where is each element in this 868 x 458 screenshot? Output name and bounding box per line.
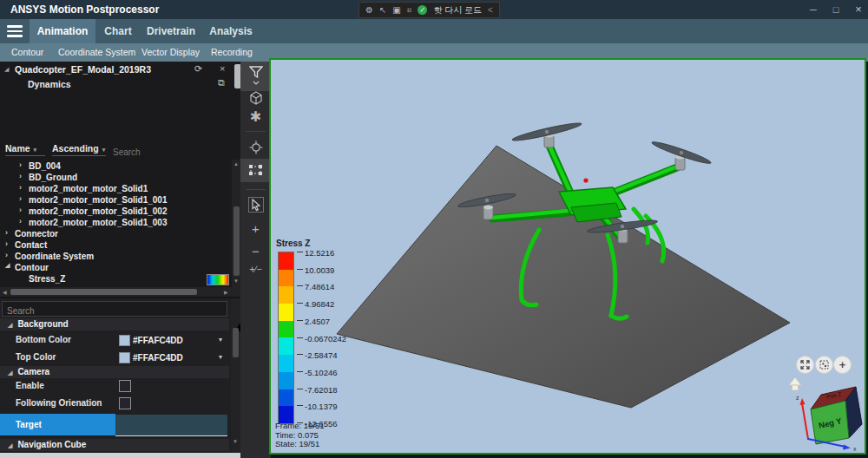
chevron-right-icon[interactable]: › [19,160,22,169]
subtab-recording[interactable]: Recording [211,43,253,62]
scroll-right-icon[interactable]: ▶ [224,289,228,295]
model-root-label[interactable]: Quadcopter_EF_Modal_2019R3 [15,64,151,75]
colormap-icon [207,274,229,285]
chevron-right-icon[interactable]: › [5,228,8,237]
tree-item-label: motor2_motor_motor_Solid1 [29,184,148,193]
properties-search-input[interactable] [3,304,227,318]
chevron-right-icon[interactable]: › [19,183,22,192]
debug-paint-icon[interactable]: ⚙ [365,6,373,15]
zoom-in-icon[interactable]: + [240,221,271,236]
legend-value: 4.96842 [305,299,374,309]
expand-arrow-icon[interactable]: ◢ [4,66,9,73]
chevron-right-icon[interactable]: › [19,194,22,203]
viewport-3d[interactable]: Pos Z Neg Y z x Stress Z [269,58,866,455]
toolbar-divider [246,189,266,190]
chevron-right-icon[interactable]: › [19,172,22,180]
chevron-down-icon: ▾ [34,147,37,153]
tree-row[interactable]: ◢Contour [0,263,226,274]
tree-search-input[interactable] [113,147,233,157]
widget-tree-icon[interactable]: ⌗ [407,6,412,15]
chevron-right-icon[interactable]: › [5,251,8,259]
scroll-left-icon[interactable]: ◀ [3,289,7,295]
model-close-icon[interactable]: × [220,63,225,74]
tab-animation[interactable]: Animation [30,19,95,43]
tree-row[interactable]: ›Coordinate System [0,252,226,263]
tree-row[interactable]: ›BD_Ground [0,173,226,184]
zoom-window-button[interactable] [815,356,833,374]
entity-tree: ›BD_004 ›BD_Ground ›motor2_motor_motor_S… [0,160,243,288]
sort-order-dropdown[interactable]: Ascending▾ [52,143,106,156]
bottom-color-value: #FFAFC4DD [133,336,183,345]
chevron-down-icon[interactable]: ▾ [219,336,222,344]
enable-checkbox[interactable] [119,380,131,392]
legend-value: -5.10246 [305,368,374,377]
crosshair-icon[interactable] [240,141,271,158]
tree-hscroll-thumb[interactable] [10,289,197,295]
legend-segment [279,286,293,304]
maximize-button[interactable]: □ [827,0,845,19]
minimize-button[interactable]: ─ [805,0,822,19]
tab-drivetrain[interactable]: Drivetrain [141,19,201,43]
following-orientation-checkbox[interactable] [119,397,131,409]
tree-row[interactable]: ›Contact [0,240,226,252]
section-navigation-cube[interactable]: ◢Navigation Cube [0,439,229,451]
scroll-up-icon[interactable]: ▲ [233,161,239,167]
properties-scroll-thumb[interactable] [233,328,239,357]
scroll-down-icon[interactable]: ▼ [233,439,238,444]
enable-label: Enable [16,381,44,390]
refresh-icon[interactable]: ⟳ [194,63,202,75]
tree-row[interactable]: ›motor2_motor_motor_Solid1_001 [0,195,226,206]
tree-row[interactable]: ›Connector [0,229,226,240]
section-camera[interactable]: ◢Camera [0,366,229,378]
hot-reload-label[interactable]: 핫 다시 로드 [433,4,482,16]
legend-segment [279,372,293,389]
subtab-contour[interactable]: Contour [11,43,43,62]
contour-legend: Stress Z 12.5216 10.0039 7.48614 4.96842… [276,239,310,248]
hamburger-menu-icon[interactable] [0,19,30,43]
close-button[interactable]: × [850,0,867,19]
top-color-label: Top Color [16,352,56,362]
fit-view-button[interactable] [796,356,814,374]
marquee-select-icon[interactable] [240,164,271,180]
subtab-coordinate-system[interactable]: Coordinate System [58,43,135,62]
navigation-cube[interactable]: Pos Z Neg Y [811,387,862,444]
chevron-right-icon[interactable]: › [5,239,8,248]
frame-info: Frame: 19/51 Time: 0.075 State: 19/51 [275,422,325,449]
sort-field-dropdown[interactable]: Name▾ [5,143,45,156]
subtab-vector-display[interactable]: Vector Display [141,43,200,62]
zoom-out-icon[interactable]: − [240,244,271,258]
zoom-in-button[interactable]: + [833,356,852,374]
tree-row[interactable]: Stress_Z [0,274,226,285]
chevron-down-icon[interactable]: ▾ [219,353,222,361]
cursor-select-icon[interactable] [240,197,271,216]
plus-minus-icon[interactable]: +∕− [240,264,271,274]
target-value-field[interactable] [115,415,227,436]
tree-row[interactable]: ›motor2_motor_motor_Solid1_003 [0,218,226,229]
tree-scroll-thumb[interactable] [233,206,240,276]
sort-order-label: Ascending [52,143,99,154]
asterisk-icon[interactable]: ✱ [240,108,271,125]
target-row-selected[interactable]: Target [0,414,115,435]
tree-row[interactable]: ›motor2_motor_motor_Solid1_002 [0,206,226,218]
tree-row[interactable]: ›BD_004 [0,161,226,173]
dynamics-item[interactable]: Dynamics [28,79,71,89]
tab-analysis[interactable]: Analysis [205,19,257,43]
cube-home-arrow-icon[interactable] [789,377,801,390]
widget-select-icon[interactable]: ↖ [379,6,386,15]
tab-chart[interactable]: Chart [98,19,138,43]
section-label: Camera [17,367,49,376]
collapse-chevron-icon[interactable]: < [488,5,493,15]
scroll-down-icon[interactable]: ▼ [233,278,239,284]
properties-horizontal-scrollbar[interactable] [0,453,243,458]
tree-item-label: BD_004 [29,161,61,171]
expand-arrow-icon[interactable]: ◢ [5,262,10,269]
filter-funnel-icon[interactable] [240,66,271,85]
copy-icon[interactable]: ⧉ [218,77,225,88]
repaint-boundary-icon[interactable]: ▣ [392,6,400,15]
tree-row[interactable]: ›motor2_motor_motor_Solid1 [0,184,226,195]
tree-item-label: motor2_motor_motor_Solid1_003 [29,218,168,227]
section-background[interactable]: ◢Background [0,318,229,330]
chevron-right-icon[interactable]: › [19,206,22,214]
chevron-right-icon[interactable]: › [19,217,22,226]
cube-display-icon[interactable] [240,91,271,108]
